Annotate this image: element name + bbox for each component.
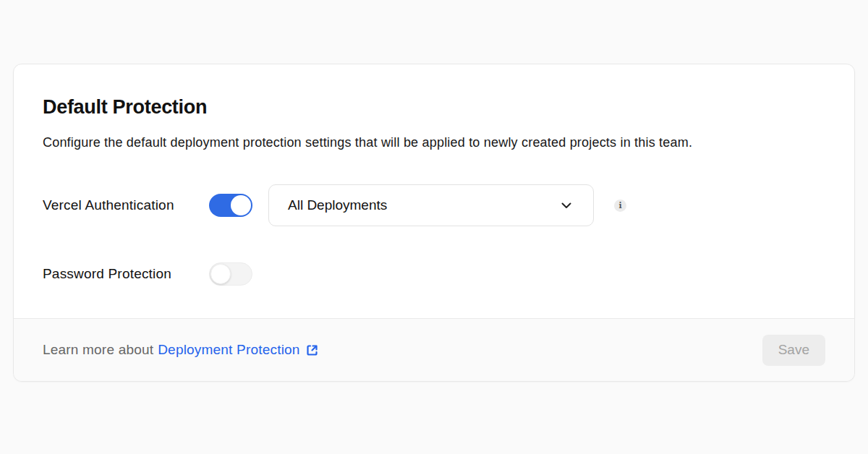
setting-row-vercel-authentication: Vercel Authentication All Deployments i <box>43 184 825 226</box>
learn-more-text: Learn more about <box>43 342 153 358</box>
card-description: Configure the default deployment protect… <box>43 134 825 151</box>
toggle-knob <box>210 264 231 284</box>
setting-row-password-protection: Password Protection <box>43 262 825 286</box>
toggle-knob <box>231 195 251 215</box>
vercel-authentication-toggle[interactable] <box>209 194 252 217</box>
external-link-icon <box>305 343 319 357</box>
card-footer: Learn more about Deployment Protection S… <box>14 318 854 381</box>
page-title: Default Protection <box>43 95 825 119</box>
footer-learn-more: Learn more about Deployment Protection <box>43 342 319 358</box>
save-button[interactable]: Save <box>762 335 825 366</box>
deployment-protection-link-label: Deployment Protection <box>158 342 299 358</box>
chevron-down-icon <box>558 197 574 213</box>
default-protection-card: Default Protection Configure the default… <box>13 64 855 382</box>
card-body: Default Protection Configure the default… <box>14 64 854 286</box>
dropdown-selected-value: All Deployments <box>288 197 387 213</box>
password-protection-label: Password Protection <box>43 266 209 282</box>
vercel-authentication-label: Vercel Authentication <box>43 197 209 213</box>
deployment-scope-dropdown[interactable]: All Deployments <box>268 184 594 226</box>
info-icon[interactable]: i <box>614 200 626 212</box>
deployment-protection-link[interactable]: Deployment Protection <box>158 342 318 358</box>
password-protection-toggle[interactable] <box>209 262 252 286</box>
